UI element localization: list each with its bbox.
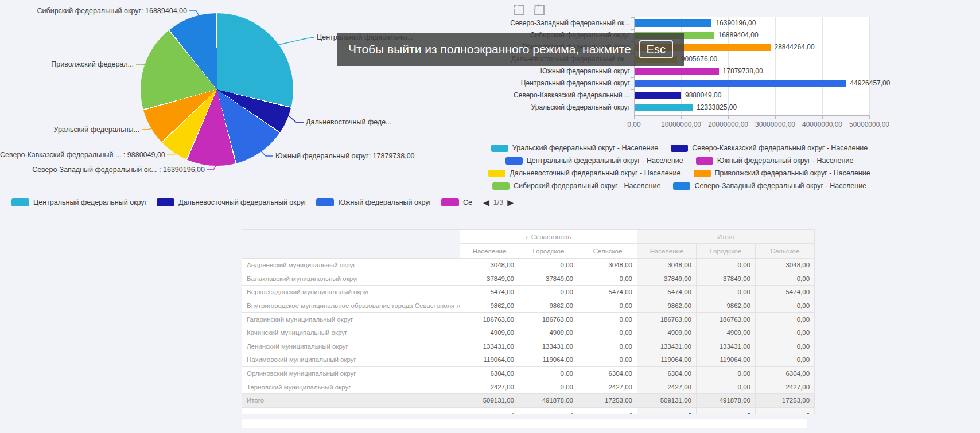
table-cell: 0,00 [756, 326, 815, 340]
table-row: Нахимовский муниципальный округ119064,00… [242, 353, 815, 367]
legend-marker-swatch [671, 145, 688, 152]
reset-zoom-icon[interactable] [512, 3, 526, 17]
pie-slice-label: Южный федеральный округ: 17879738,00 [275, 152, 415, 160]
pie-slice-label: Северо-Западный федеральный ок... : 1639… [0, 166, 205, 174]
bar-legend-item[interactable]: Центральный федеральный округ - Населени… [505, 157, 683, 165]
table-total-row: Итого509131,00491878,0017253,00509131,00… [242, 393, 815, 407]
bar[interactable] [635, 80, 846, 87]
table-row: Верхнесадовский муниципальный округ5474,… [242, 286, 815, 299]
sparkline-mark [689, 413, 691, 414]
table-cell: 0,00 [697, 259, 756, 272]
bar-legend-row: Сибирский федеральный округ - НаселениеС… [475, 180, 884, 192]
bar-x-tick-label: 50000000,00 [838, 120, 901, 128]
pie-legend: Центральный федеральный округДальневосто… [11, 197, 514, 208]
legend-marker-swatch [316, 198, 334, 206]
legend-marker-swatch [491, 145, 508, 152]
table-row-label: Гагаринский муниципальный округ [242, 313, 460, 326]
table-row: Балаклавский муниципальный округ37849,00… [242, 272, 815, 286]
legend-item-label: Центральный федеральный округ [33, 198, 147, 206]
table-row-label: Орлиновский муниципальный округ [242, 366, 460, 380]
pie-slice-label: Приволжский федерал... [0, 60, 134, 68]
bar[interactable] [635, 68, 719, 75]
table-row-label: Верхнесадовский муниципальный округ [242, 286, 460, 299]
sparkline-mark [571, 413, 573, 414]
table-row: Терновский муниципальный округ2427,000,0… [242, 380, 815, 394]
table-cell: 5474,00 [637, 286, 697, 299]
bar-category-axis-tick [631, 77, 634, 78]
table-total-cell: 491878,00 [697, 393, 756, 407]
pie[interactable] [141, 13, 293, 166]
table-cell [756, 407, 815, 414]
table-cell: 0,00 [578, 340, 637, 353]
table-cell: 5474,00 [578, 286, 637, 299]
bar-legend-item[interactable]: Уральский федеральный округ - Население [491, 144, 659, 152]
bar-legend-item[interactable]: Дальневосточный федеральный округ - Насе… [488, 169, 680, 177]
table-cell: 2427,00 [460, 380, 519, 394]
table-cell: 0,00 [756, 353, 815, 367]
bar-category-axis-tick [631, 102, 634, 102]
table-partial-row [242, 407, 815, 414]
bar-legend-item[interactable]: Южный федеральный округ - Население [696, 157, 854, 165]
pie-slice-label: Дальневосточный феде... [306, 118, 392, 126]
legend-prev-page-icon[interactable]: ◀ [483, 197, 489, 208]
bar-value-axis-tick [822, 116, 823, 119]
table-row-label: Андреевский муниципальный округ [242, 259, 460, 272]
legend-marker-swatch [694, 170, 711, 177]
legend-item-label: Южный федеральный округ [338, 198, 431, 206]
table-cell: 6304,00 [460, 366, 519, 380]
pie-legend-item[interactable]: Центральный федеральный округ [11, 198, 147, 206]
table-cell: 0,00 [519, 380, 578, 394]
bar-legend-item[interactable]: Северо-Кавказский федеральный округ - На… [671, 144, 868, 152]
bar-legend-item[interactable]: Приволжский федеральный округ - Населени… [694, 169, 870, 177]
table-total-cell: 509131,00 [637, 393, 697, 407]
legend-marker-swatch [488, 170, 505, 177]
bar-value-axis-tick [681, 116, 682, 119]
table-cell: 119064,00 [697, 353, 756, 367]
bar-category-label: Северо-Кавказский федеральный ... [476, 91, 630, 100]
bar[interactable] [635, 19, 711, 27]
bar-legend-item[interactable]: Сибирский федеральный округ - Население [492, 182, 661, 190]
legend-item-label: Южный федеральный округ - Население [717, 157, 854, 165]
table-total-cell: 509131,00 [460, 393, 519, 407]
table-cell: 37849,00 [697, 272, 756, 286]
table-cell: 186763,00 [637, 313, 697, 326]
table-column-group-header: г. Севастополь [460, 230, 637, 244]
legend-marker-swatch [505, 157, 523, 165]
pie-legend-item[interactable]: Се [441, 198, 472, 206]
table-cell: 2427,00 [637, 380, 697, 394]
table-cell: 133431,00 [637, 340, 697, 353]
table-cell: 0,00 [697, 286, 756, 299]
bar-legend-item[interactable]: Северо-Западный федеральный округ - Насе… [673, 182, 866, 190]
table-row: Ленинский муниципальный округ133431,0013… [242, 340, 815, 353]
table-total-cell: 17253,00 [756, 393, 815, 407]
bar-plot-area: 0,0010000000,0020000000,0030000000,00400… [634, 17, 870, 115]
pie-legend-item[interactable]: Дальневосточный федеральный округ [157, 198, 306, 206]
table-row-label: Ленинский муниципальный округ [242, 340, 460, 353]
bar-category-axis-tick [631, 89, 634, 90]
bar-category-axis-tick [631, 17, 634, 18]
legend-next-page-icon[interactable]: ▶ [507, 197, 514, 208]
bar-gridline [775, 17, 776, 115]
bar-value-axis-tick [869, 116, 870, 119]
bar-category-axis-tick [631, 29, 634, 30]
table-total-cell: 17253,00 [578, 393, 637, 407]
bar-category-label: Южный федеральный округ [476, 67, 630, 76]
table-measure-header: Население [637, 244, 697, 259]
pivot-grid: г. СевастопольИтогоНаселениеГородскоеСел… [242, 229, 815, 414]
table-cell: 186763,00 [460, 313, 519, 326]
bar-value-label: 9005676,00 [681, 55, 717, 64]
table-cell: 119064,00 [519, 353, 578, 367]
table-cell: 37849,00 [637, 272, 697, 286]
bar[interactable] [635, 92, 681, 99]
undo-zoom-icon[interactable] [532, 3, 546, 17]
table-cell: 186763,00 [697, 313, 756, 326]
table-cell [697, 407, 756, 414]
table-row-label: Нахимовский муниципальный округ [242, 353, 460, 367]
pie-legend-item[interactable]: Южный федеральный округ [316, 198, 431, 206]
bar[interactable] [635, 104, 693, 111]
table-horizontal-scrollbar[interactable] [242, 419, 807, 428]
legend-marker-swatch [11, 198, 29, 206]
fullscreen-exit-message: Чтобы выйти из полноэкранного режима, на… [348, 42, 631, 56]
table-cell: 0,00 [578, 299, 637, 313]
bar-chart-toolbar [512, 3, 546, 17]
